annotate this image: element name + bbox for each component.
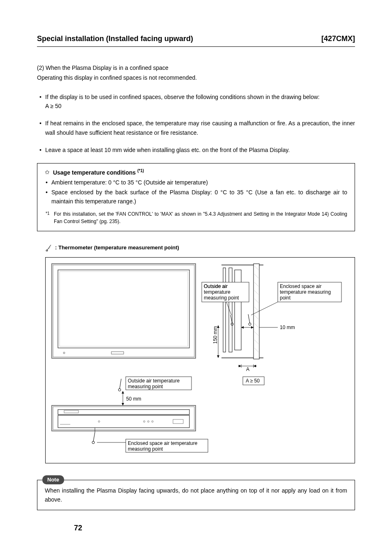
- dimension-label: 50 mm: [126, 396, 141, 402]
- model-code: [427CMX]: [321, 33, 355, 45]
- svg-rect-5: [53, 265, 194, 357]
- svg-text:Enclosed space air temperature: Enclosed space air temperature: [128, 440, 198, 446]
- svg-text:measuring point: measuring point: [128, 446, 163, 452]
- dimension-label: 150 mm: [212, 326, 218, 343]
- svg-text:measuring point: measuring point: [128, 384, 163, 389]
- svg-rect-4: [52, 264, 196, 358]
- svg-rect-55: [53, 407, 194, 430]
- svg-rect-63: [173, 419, 183, 424]
- svg-rect-6: [58, 270, 189, 348]
- installation-diagram: Outside air Outside air temperature meas…: [45, 257, 355, 463]
- condition-item: Space enclosed by the back surface of th…: [45, 188, 347, 206]
- legend-text: : Thermometer (temperature measurement p…: [55, 244, 179, 251]
- thermometer-icon: [92, 432, 95, 444]
- svg-rect-9: [111, 352, 124, 354]
- bullet-item: Leave a space at least 10 mm wide when i…: [37, 145, 355, 154]
- svg-rect-54: [52, 405, 196, 431]
- svg-marker-52: [254, 365, 256, 367]
- svg-marker-47: [217, 355, 219, 358]
- svg-rect-57: [58, 415, 189, 428]
- note-box: Note When installing the Plasma Display …: [37, 480, 355, 511]
- footnote-ref: (*1): [137, 168, 144, 173]
- svg-rect-62: [64, 410, 78, 413]
- page-header: Special installation (Installed facing u…: [37, 33, 355, 47]
- bullet-list: If the display is to be used in confined…: [37, 92, 355, 155]
- dimension-condition: A ≥ 50: [246, 378, 260, 384]
- footnote-text: For this installation, set the 'FAN CONT…: [54, 211, 347, 224]
- section-title: Special installation (Installed facing u…: [37, 33, 193, 45]
- diagram-svg: Outside air Outside air temperature meas…: [50, 262, 346, 459]
- svg-text:Enclosed space air: Enclosed space air: [280, 283, 321, 289]
- svg-line-0: [47, 245, 51, 251]
- svg-text:temperature: temperature: [204, 289, 231, 295]
- conditions-box: ✩ Usage temperature conditions (*1) Ambi…: [37, 163, 355, 231]
- conditions-title: Usage temperature conditions: [53, 169, 136, 175]
- footnote-marker: *1: [46, 210, 49, 216]
- svg-marker-51: [239, 365, 241, 367]
- bullet-item: If heat remains in the enclosed space, t…: [37, 119, 355, 137]
- svg-point-59: [143, 421, 145, 422]
- svg-point-61: [152, 421, 153, 422]
- thermometer-icon: [248, 314, 251, 325]
- svg-rect-7: [60, 272, 188, 346]
- thermometer-legend: : Thermometer (temperature measurement p…: [45, 244, 355, 252]
- subsection-heading: (2) When the Plasma Display is in a conf…: [37, 63, 355, 72]
- dimension-label: A: [246, 366, 249, 372]
- svg-text:point: point: [280, 295, 291, 301]
- subsection-description: Operating this display in confined space…: [37, 73, 355, 82]
- svg-marker-44: [251, 326, 254, 329]
- svg-text:measuring point: measuring point: [204, 295, 239, 301]
- svg-line-73: [93, 432, 95, 442]
- page-number: 72: [74, 522, 82, 534]
- note-text: When installing the Plasma Display facin…: [45, 486, 347, 504]
- condition-item: Ambient temperature: 0 °C to 35 °C (Outs…: [45, 178, 347, 187]
- svg-point-60: [148, 421, 149, 422]
- note-label: Note: [42, 475, 64, 485]
- thermometer-icon: [45, 244, 53, 251]
- svg-rect-26: [223, 268, 226, 352]
- conditions-title-row: ✩ Usage temperature conditions (*1): [45, 168, 347, 177]
- bullet-subtext: A ≥ 50: [45, 101, 355, 111]
- dimension-label: 10 mm: [280, 325, 295, 330]
- svg-line-29: [248, 314, 250, 323]
- svg-line-68: [120, 379, 121, 389]
- bullet-item: If the display is to be used in confined…: [37, 92, 355, 111]
- svg-text:temperature measuring: temperature measuring: [280, 289, 331, 295]
- svg-line-2: [48, 248, 49, 249]
- bullet-text: If the display is to be used in confined…: [45, 94, 320, 100]
- svg-point-8: [63, 352, 65, 354]
- svg-marker-71: [122, 391, 124, 394]
- svg-marker-43: [241, 326, 244, 329]
- footnote: *1 For this installation, set the 'FAN C…: [45, 210, 347, 225]
- svg-text:Outside air temperature: Outside air temperature: [128, 378, 180, 384]
- svg-line-27: [231, 315, 232, 323]
- thermometer-icon: [118, 379, 121, 391]
- svg-rect-24: [235, 270, 241, 350]
- star-icon: ✩: [45, 169, 50, 175]
- svg-text:Outside air: Outside air: [204, 283, 228, 289]
- svg-point-58: [98, 421, 100, 422]
